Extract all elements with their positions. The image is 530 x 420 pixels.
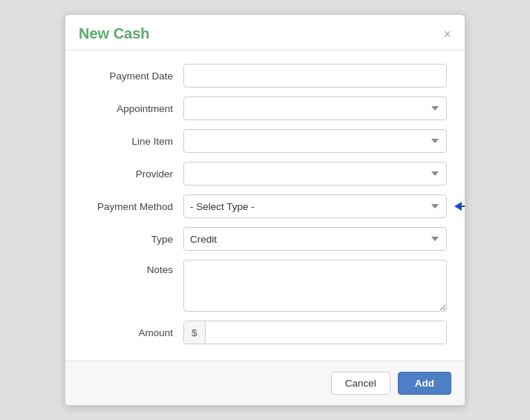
provider-select[interactable] [183, 162, 447, 186]
provider-label: Provider [83, 168, 183, 180]
dialog-title: New Cash [79, 25, 150, 42]
amount-input[interactable] [206, 321, 446, 344]
type-label: Type [83, 234, 183, 245]
amount-prefix: $ [184, 321, 206, 344]
cancel-button[interactable]: Cancel [331, 372, 390, 395]
line-item-label: Line Item [83, 136, 183, 147]
appointment-label: Appointment [83, 103, 183, 114]
type-select[interactable]: Credit Debit [183, 227, 447, 251]
notes-textarea[interactable] [183, 260, 447, 312]
provider-row: Provider [83, 162, 447, 186]
arrow-line [462, 206, 465, 207]
arrow-indicator [454, 202, 465, 211]
line-item-select[interactable] [183, 129, 447, 153]
appointment-row: Appointment [83, 96, 447, 120]
new-cash-dialog: New Cash × Payment Date Appointment Line… [65, 14, 465, 406]
dialog-header: New Cash × [65, 15, 465, 50]
notes-label: Notes [83, 260, 183, 275]
payment-method-label: Payment Method [83, 201, 183, 212]
arrow-head-icon [454, 202, 462, 211]
amount-label: Amount [83, 327, 183, 338]
dialog-footer: Cancel Add [65, 361, 465, 405]
dialog-body: Payment Date Appointment Line Item Provi… [65, 50, 465, 361]
amount-row: Amount $ [83, 321, 447, 344]
amount-wrapper: $ [183, 321, 447, 344]
type-row: Type Credit Debit [83, 227, 447, 251]
notes-row: Notes [83, 260, 447, 312]
payment-date-label: Payment Date [83, 70, 183, 82]
payment-date-row: Payment Date [83, 64, 447, 88]
payment-method-select[interactable]: - Select Type - Cash Check Credit Card [183, 194, 447, 218]
payment-method-row: Payment Method - Select Type - Cash Chec… [83, 194, 447, 218]
add-button[interactable]: Add [398, 372, 451, 395]
close-button[interactable]: × [443, 27, 451, 41]
appointment-select[interactable] [183, 96, 447, 120]
payment-date-input[interactable] [183, 64, 447, 88]
line-item-row: Line Item [83, 129, 447, 153]
